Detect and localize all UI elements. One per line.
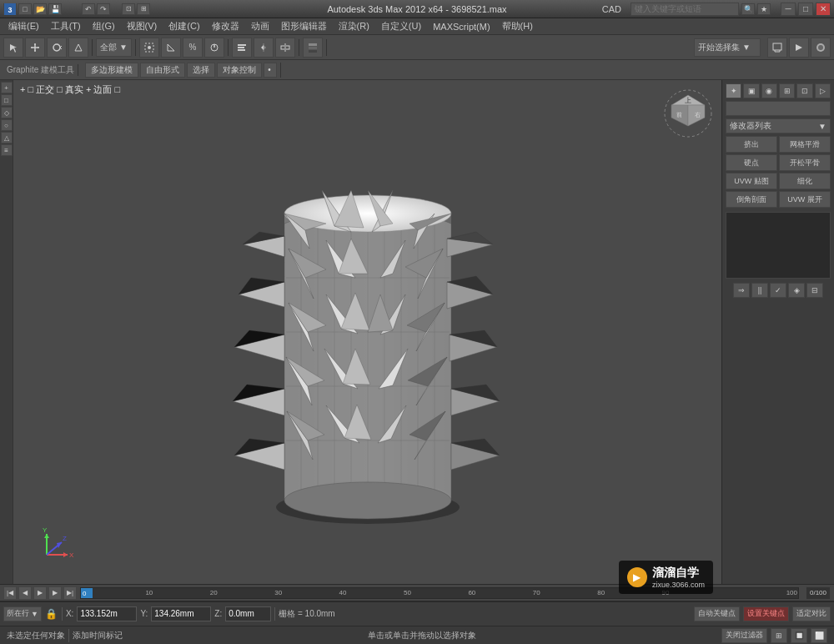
rp-icon-2[interactable]: ▣	[743, 83, 759, 98]
menu-customize[interactable]: 自定义(U)	[376, 18, 426, 34]
align-btn[interactable]	[275, 38, 295, 58]
view-dropdown[interactable]: 开始选择集 ▼	[694, 38, 761, 57]
menu-modifier[interactable]: 修改器	[207, 18, 244, 34]
rp-icon-1[interactable]: ✦	[726, 83, 741, 98]
btn-bevel[interactable]: 倒角剖面	[726, 191, 777, 208]
rp-icon-3[interactable]: ◉	[761, 83, 777, 98]
undo-icon[interactable]: ↶	[82, 3, 95, 15]
redo-icon[interactable]: ↷	[97, 3, 110, 15]
bs-sep-1	[68, 629, 69, 642]
menu-create[interactable]: 创建(C)	[163, 18, 204, 34]
edit-named-select[interactable]	[232, 38, 252, 58]
menu-graph-editor[interactable]: 图形编辑器	[276, 18, 332, 34]
layer-manager[interactable]	[303, 38, 323, 58]
menu-edit[interactable]: 编辑(E)	[3, 18, 44, 34]
next-frame-btn[interactable]: ▶	[48, 586, 62, 600]
tab-object-paint[interactable]: 对象控制	[217, 63, 262, 78]
global-search-input[interactable]	[631, 3, 739, 16]
menu-view[interactable]: 视图(V)	[122, 18, 163, 34]
bs-icon-2[interactable]: 🔲	[791, 628, 807, 643]
render-setup[interactable]	[767, 38, 787, 58]
spinner-snap[interactable]	[204, 38, 224, 58]
y-input[interactable]	[151, 606, 211, 621]
rp-icon-4[interactable]: ⊞	[779, 83, 795, 98]
select-btn[interactable]	[3, 38, 23, 58]
set-key-btn[interactable]: 设置关键点	[743, 606, 789, 621]
btn-relax[interactable]: 开松平骨	[779, 154, 831, 171]
modifier-list-dropdown[interactable]: 修改器列表 ▼	[726, 118, 831, 133]
snap2-icon[interactable]: ⊞	[137, 3, 150, 15]
window-title: Autodesk 3ds Max 2012 x64 - 3698521.max	[327, 4, 506, 14]
play-btn[interactable]: ▶	[33, 586, 47, 600]
mirror-btn[interactable]	[254, 38, 274, 58]
save-icon[interactable]: 💾	[48, 3, 62, 15]
frame-dropdown[interactable]: 所在行 ▼	[3, 606, 42, 621]
btn-uvwmap[interactable]: UVW 贴图	[726, 173, 777, 189]
go-start-btn[interactable]: |◀	[3, 586, 17, 600]
lt-btn-5[interactable]: △	[1, 132, 13, 143]
svg-marker-17	[261, 45, 264, 50]
percent-snap[interactable]: %	[183, 38, 203, 58]
lt-btn-6[interactable]: ≡	[1, 144, 13, 156]
x-input[interactable]	[77, 606, 137, 621]
menu-maxscript[interactable]: MAXScript(M)	[428, 20, 495, 33]
search-btn[interactable]: 🔍	[741, 3, 755, 15]
filter-btn[interactable]: 关闭过滤器	[721, 628, 767, 643]
lt-btn-2[interactable]: □	[1, 94, 13, 106]
menu-help[interactable]: 帮助(H)	[497, 18, 538, 34]
btn-extrude[interactable]: 挤出	[726, 136, 777, 153]
btn-tessellate[interactable]: 细化	[779, 173, 831, 189]
render-production[interactable]	[789, 38, 809, 58]
prev-frame-btn[interactable]: ◀	[18, 586, 32, 600]
snap-icon[interactable]: ⊡	[122, 3, 135, 15]
go-end-btn[interactable]: ▶|	[63, 586, 77, 600]
rp-bottom-icon-5[interactable]: ⊟	[806, 283, 823, 298]
modifier-search[interactable]	[726, 101, 831, 116]
viewport-header: + □ 正交 □ 真实 + 边面 □	[20, 83, 120, 96]
activeshade[interactable]	[811, 38, 831, 58]
menu-tools[interactable]: 工具(T)	[46, 18, 86, 34]
z-input[interactable]	[225, 606, 271, 621]
all-dropdown[interactable]: 全部 ▼	[96, 38, 132, 57]
maximize-btn[interactable]: □	[798, 3, 813, 16]
new-icon[interactable]: □	[18, 3, 32, 15]
tab-more[interactable]: •	[264, 63, 277, 78]
close-btn[interactable]: ✕	[816, 3, 831, 16]
rp-bottom-icon-1[interactable]: ⇒	[733, 283, 750, 298]
rp-bottom-icon-3[interactable]: ✓	[770, 283, 786, 298]
add-tag-btn[interactable]: 添加时间标记	[73, 630, 123, 641]
frame-input[interactable]: 0/100	[806, 586, 831, 600]
menu-group[interactable]: 组(G)	[88, 18, 120, 34]
snap-toggle[interactable]	[139, 38, 159, 58]
bs-icon-3[interactable]: ⬜	[811, 628, 827, 643]
y-label: Y:	[140, 609, 148, 618]
star-icon[interactable]: ★	[757, 3, 771, 15]
btn-meshsmooth[interactable]: 网格平滑	[779, 136, 831, 153]
rp-bottom-icon-2[interactable]: ||	[751, 283, 768, 298]
angle-snap[interactable]	[161, 38, 181, 58]
rp-icon-5[interactable]: ⊡	[796, 83, 812, 98]
lock-icon[interactable]: 🔒	[45, 607, 58, 621]
modifier-preview	[726, 212, 831, 279]
rp-icon-6[interactable]: ▷	[815, 83, 831, 98]
menu-animation[interactable]: 动画	[246, 18, 274, 34]
select-btn[interactable]: 适定对比	[792, 606, 831, 621]
move-btn[interactable]	[25, 38, 45, 58]
tab-freeform[interactable]: 自由形式	[140, 63, 185, 78]
tab-polygon-modeling[interactable]: 多边形建模	[85, 63, 138, 78]
lt-btn-3[interactable]: ◇	[1, 107, 13, 118]
open-icon[interactable]: 📂	[33, 3, 47, 15]
rp-bottom-icon-4[interactable]: ◈	[788, 283, 805, 298]
lt-btn-4[interactable]: ○	[1, 119, 13, 131]
btn-unwrap[interactable]: UVW 展开	[779, 191, 831, 208]
btn-vertex[interactable]: 硬点	[726, 154, 777, 171]
menu-render[interactable]: 渲染(R)	[334, 18, 374, 34]
auto-key-btn[interactable]: 自动关键点	[694, 606, 740, 621]
lt-btn-1[interactable]: +	[1, 82, 13, 93]
bs-icon-1[interactable]: ⊞	[771, 628, 787, 643]
3d-viewport[interactable]: + □ 正交 □ 真实 + 边面 □ 上 前 右	[13, 80, 721, 584]
scale-btn[interactable]	[68, 38, 88, 58]
tab-selection[interactable]: 选择	[187, 63, 215, 78]
minimize-btn[interactable]: ─	[781, 3, 796, 16]
rotate-btn[interactable]	[47, 38, 67, 58]
